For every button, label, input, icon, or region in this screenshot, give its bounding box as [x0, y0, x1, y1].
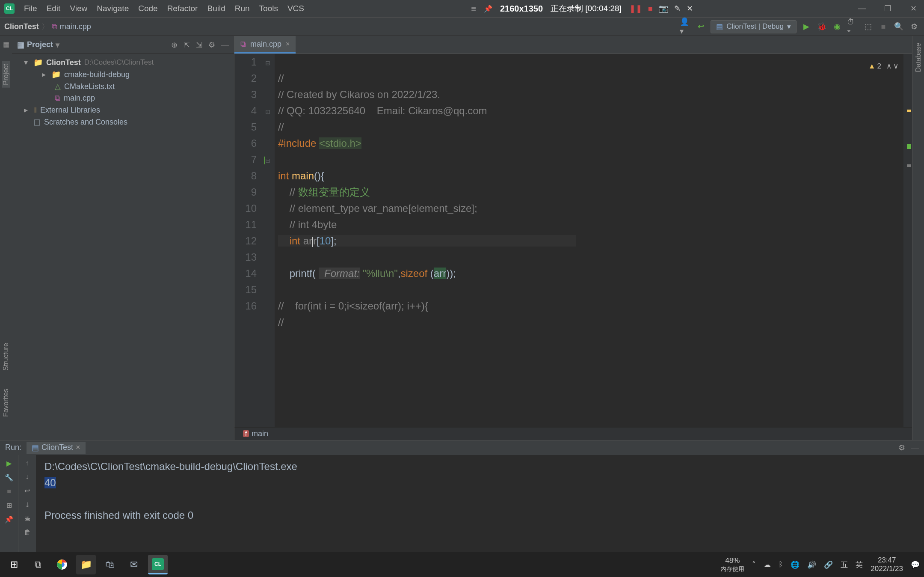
tree-item-external-libraries[interactable]: ▸ ⫴ External Libraries [12, 104, 234, 116]
project-tree: ▾ 📁 ClionTest D:\Codes\C\ClionTest ▸ 📁 c… [12, 54, 234, 131]
menu-vcs[interactable]: VCS [283, 2, 308, 15]
onedrive-icon[interactable]: ☁ [764, 560, 771, 569]
close-window-button[interactable]: ✕ [907, 4, 920, 13]
start-button[interactable]: ⊞ [4, 555, 24, 574]
hide-panel-icon[interactable]: — [221, 40, 229, 50]
menu-refactor[interactable]: Refactor [163, 2, 202, 15]
menu-navigate[interactable]: Navigate [92, 2, 133, 15]
print-button[interactable]: 🖶 [24, 515, 31, 523]
tree-item-cmakelists[interactable]: △ CMakeLists.txt [12, 80, 234, 92]
menu-tools[interactable]: Tools [255, 2, 282, 15]
rerun-button[interactable]: ▶ [6, 459, 12, 467]
notifications-icon[interactable]: 💬 [911, 560, 920, 569]
pause-record-icon[interactable]: ❚❚ [629, 4, 642, 13]
clion-taskbar-icon[interactable]: CL [148, 555, 168, 574]
menu-build[interactable]: Build [203, 2, 229, 15]
settings-button[interactable]: ⚙ [909, 21, 920, 32]
task-view-button[interactable]: ⧉ [28, 555, 48, 574]
project-stripe-button[interactable]: Project [2, 61, 10, 88]
tree-arrow-icon[interactable]: ▸ [24, 105, 30, 115]
menu-code[interactable]: Code [134, 2, 162, 15]
pin-icon[interactable]: 📌 [484, 5, 492, 13]
run-tab[interactable]: ▤ ClionTest × [27, 442, 86, 454]
chevron-down-icon: ▾ [787, 22, 791, 31]
hamburger-icon[interactable]: ≡ [471, 4, 476, 14]
project-stripe-icon[interactable]: ▦ [3, 40, 9, 48]
run-tool-button[interactable]: 🔧 [5, 473, 13, 482]
user-icon[interactable]: 👤▾ [680, 21, 691, 32]
database-stripe-button[interactable]: Database [915, 40, 922, 75]
clear-all-button[interactable]: 🗑 [24, 529, 31, 536]
tree-item-main-cpp[interactable]: ⧉ main.cpp [12, 92, 234, 104]
bluetooth-icon[interactable]: ᛒ [779, 560, 783, 569]
minimize-button[interactable]: — [856, 4, 868, 13]
tree-item-label: main.cpp [64, 94, 95, 103]
project-view-chevron-icon[interactable]: ▾ [56, 40, 59, 50]
search-everywhere-button[interactable]: 🔍 [893, 21, 904, 32]
code-area[interactable]: // // Created by Cikaros on 2022/1/23. /… [275, 54, 903, 427]
select-opened-icon[interactable]: ⊕ [171, 40, 178, 50]
code-editor[interactable]: ▲ 2 ∧ ∨ 123456 7▶ 8910111213141516 ⊟ ⊡ ⊟… [234, 54, 912, 427]
project-title[interactable]: Project [27, 40, 53, 49]
network-icon[interactable]: 🌐 [791, 560, 800, 569]
link-icon[interactable]: 🔗 [824, 560, 833, 569]
hide-run-icon[interactable]: — [911, 443, 919, 452]
menu-run[interactable]: Run [231, 2, 254, 15]
attach-button[interactable]: ⬚ [862, 21, 874, 32]
record-resolution: 2160x1350 [500, 4, 543, 14]
stop-run-button[interactable]: ■ [7, 488, 11, 495]
stop-record-icon[interactable]: ■ [648, 4, 653, 13]
navigation-bar: ClionTest 〉 ⧉ main.cpp 👤▾ ↩ ▤ ClionTest … [0, 17, 924, 36]
menu-edit[interactable]: Edit [42, 2, 65, 15]
camera-icon[interactable]: 📷 [659, 4, 668, 13]
debug-button[interactable]: 🐞 [816, 21, 827, 32]
stop-button[interactable]: ■ [878, 21, 889, 32]
battery-indicator[interactable]: 48% 内存使用 [720, 556, 744, 572]
run-config-selector[interactable]: ▤ ClionTest | Debug ▾ [711, 20, 797, 33]
system-clock[interactable]: 23:47 2022/1/23 [871, 556, 903, 574]
scroll-end-button[interactable]: ⤓ [24, 501, 30, 509]
run-settings-icon[interactable]: ⚙ [898, 443, 905, 452]
tree-item-scratches[interactable]: ◫ Scratches and Consoles [12, 116, 234, 128]
project-settings-icon[interactable]: ⚙ [208, 40, 215, 50]
volume-icon[interactable]: 🔊 [807, 560, 816, 569]
down-stack-button[interactable]: ↓ [26, 473, 29, 481]
layout-button[interactable]: ⊞ [6, 501, 12, 509]
run-tab-label: ClionTest [41, 443, 73, 452]
coverage-button[interactable]: ◉ [832, 21, 843, 32]
ime-indicator-2[interactable]: 英 [856, 560, 863, 570]
breadcrumb-file[interactable]: main.cpp [60, 22, 91, 31]
run-button[interactable]: ▶ [801, 21, 812, 32]
soft-wrap-button[interactable]: ↩ [24, 487, 30, 495]
ime-indicator-1[interactable]: 五 [841, 560, 848, 570]
expand-all-icon[interactable]: ⇱ [184, 40, 190, 50]
tree-arrow-icon[interactable]: ▸ [42, 70, 48, 79]
pin-run-button[interactable]: 📌 [5, 515, 13, 523]
structure-stripe-button[interactable]: Structure [2, 340, 10, 373]
editor-error-stripe[interactable] [903, 54, 912, 427]
editor-tab-main-cpp[interactable]: ⧉ main.cpp × [234, 36, 296, 54]
store-icon[interactable]: 🛍 [100, 555, 120, 574]
pencil-icon[interactable]: ✎ [674, 4, 681, 13]
chrome-icon[interactable] [52, 555, 72, 574]
tree-root[interactable]: ▾ 📁 ClionTest D:\Codes\C\ClionTest [12, 57, 234, 68]
back-build-icon[interactable]: ↩ [695, 21, 706, 32]
editor-breadcrumb[interactable]: f main [234, 427, 912, 440]
explorer-icon[interactable]: 📁 [76, 555, 96, 574]
tree-item-cmake-build-debug[interactable]: ▸ 📁 cmake-build-debug [12, 68, 234, 80]
menu-file[interactable]: File [20, 2, 41, 15]
tray-chevron-icon[interactable]: ˄ [752, 560, 756, 569]
tree-arrow-icon[interactable]: ▾ [24, 58, 30, 67]
maximize-button[interactable]: ❐ [881, 4, 894, 13]
close-tab-icon[interactable]: × [286, 40, 290, 48]
breadcrumb-project[interactable]: ClionTest [4, 22, 39, 31]
close-recorder-icon[interactable]: ✕ [687, 4, 693, 13]
close-run-tab-icon[interactable]: × [76, 443, 80, 452]
menu-view[interactable]: View [65, 2, 92, 15]
favorites-stripe-button[interactable]: Favorites [2, 386, 10, 419]
profile-button[interactable]: ⏱▾ [847, 21, 858, 32]
up-stack-button[interactable]: ↑ [26, 459, 29, 467]
mail-icon[interactable]: ✉ [124, 555, 144, 574]
collapse-all-icon[interactable]: ⇲ [196, 40, 202, 50]
tree-root-path: D:\Codes\C\ClionTest [84, 58, 154, 67]
